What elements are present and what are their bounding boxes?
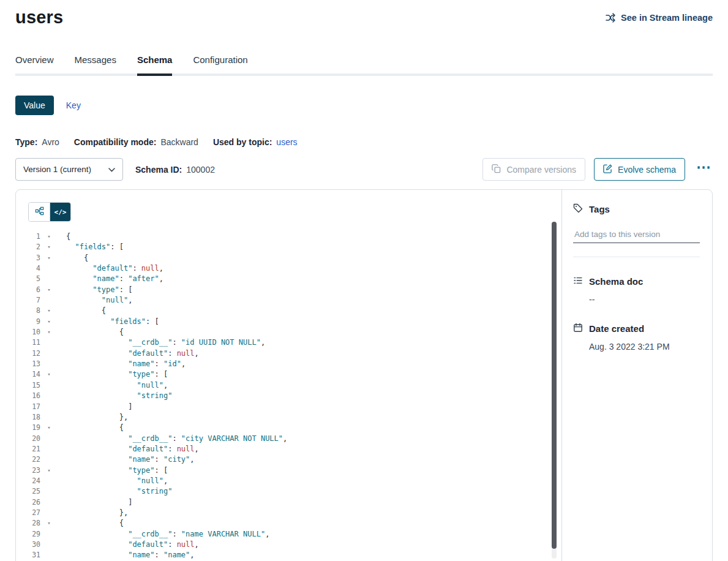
code-text: "name": "city", (66, 454, 195, 465)
code-text: "__crdb__": "id UUID NOT NULL", (66, 337, 265, 348)
line-number: 28 (28, 518, 40, 529)
schema-id: Schema ID: 100002 (135, 165, 215, 175)
meta-compatibility: Compatibility mode: Backward (74, 137, 198, 147)
overflow-menu-button[interactable]: ⋯ (695, 160, 713, 179)
line-number: 25 (28, 486, 40, 497)
date-created-header: Date created (573, 323, 700, 334)
fold-spacer (44, 476, 54, 486)
line-number: 15 (28, 380, 40, 391)
line-number: 22 (28, 454, 40, 465)
code-line: 14▾ "type": [ (28, 369, 561, 380)
tags-input[interactable] (573, 226, 700, 243)
stream-lineage-icon (605, 12, 616, 23)
tab-messages[interactable]: Messages (75, 55, 116, 73)
code-text: "null", (66, 380, 168, 391)
fold-toggle-icon[interactable]: ▾ (44, 369, 54, 380)
code-line: 5 "name": "after", (28, 274, 561, 284)
code-text: { (66, 253, 88, 263)
code-line: 13 "name": "id", (28, 359, 561, 369)
scrollbar-track[interactable] (552, 222, 557, 559)
code-text: "type": [ (66, 285, 132, 295)
key-toggle-button[interactable]: Key (66, 100, 81, 110)
code-text: "default": null, (66, 540, 199, 550)
schema-id-label: Schema ID: (135, 165, 182, 175)
code-line: 11 "__crdb__": "id UUID NOT NULL", (28, 337, 561, 348)
version-select[interactable]: Version 1 (current) (15, 158, 123, 181)
scrollbar-thumb[interactable] (552, 222, 557, 549)
line-number: 4 (28, 263, 40, 274)
edit-icon (603, 164, 612, 175)
compare-versions-button[interactable]: Compare versions (482, 158, 585, 181)
code-line: 4 "default": null, (28, 263, 561, 274)
code-line: 12 "default": null, (28, 348, 561, 359)
compatibility-label: Compatibility mode: (74, 137, 157, 147)
type-value: Avro (42, 137, 59, 147)
code-text: "default": null, (66, 444, 199, 454)
schema-doc-section: Schema doc -- (573, 276, 700, 304)
code-line: 7 "null", (28, 295, 561, 306)
compare-icon (492, 164, 501, 175)
tree-view-button[interactable] (29, 203, 50, 221)
fold-toggle-icon[interactable]: ▾ (44, 285, 54, 295)
fold-toggle-icon[interactable]: ▾ (44, 242, 54, 252)
fold-spacer (44, 508, 54, 518)
fold-toggle-icon[interactable]: ▾ (44, 423, 54, 433)
code-line: 21 "default": null, (28, 444, 561, 454)
line-number: 16 (28, 391, 40, 401)
code-text: }, (66, 412, 128, 423)
editor-view-toggle: </> (28, 202, 71, 222)
fold-toggle-icon[interactable]: ▾ (44, 327, 54, 337)
tags-section: Tags (573, 203, 700, 257)
tab-schema[interactable]: Schema (137, 55, 173, 73)
line-number: 29 (28, 529, 40, 540)
code-view-button[interactable]: </> (50, 203, 70, 221)
code-text: "type": [ (66, 369, 168, 380)
value-toggle-button[interactable]: Value (15, 96, 54, 115)
code-line: 9▾ "fields": [ (28, 317, 561, 327)
line-number: 1 (28, 232, 40, 242)
code-line: 19▾ { (28, 423, 561, 433)
fold-spacer (44, 391, 54, 401)
line-number: 23 (28, 465, 40, 476)
code-text: "fields": [ (66, 242, 124, 252)
tab-configuration[interactable]: Configuration (193, 55, 247, 73)
line-number: 2 (28, 242, 40, 252)
code-line: 30 "default": null, (28, 540, 561, 550)
line-number: 31 (28, 550, 40, 560)
line-number: 19 (28, 423, 40, 433)
code-line: 24 "null", (28, 476, 561, 486)
stream-lineage-link[interactable]: See in Stream lineage (605, 12, 713, 23)
code-text: "string" (66, 391, 172, 401)
fold-toggle-icon[interactable]: ▾ (44, 518, 54, 529)
line-number: 13 (28, 359, 40, 369)
line-number: 17 (28, 402, 40, 412)
code-text: "default": null, (66, 348, 199, 359)
date-created-section: Date created Aug. 3 2022 3:21 PM (573, 323, 700, 352)
fold-spacer (44, 529, 54, 540)
value-key-toggle: Value Key (15, 96, 713, 115)
divider (573, 257, 700, 257)
topic-link[interactable]: users (276, 137, 297, 147)
evolve-schema-button[interactable]: Evolve schema (594, 158, 685, 181)
schema-panel: </> 1▾{2▾ "fields": [3▾ {4 "default": nu… (15, 189, 713, 561)
tab-overview[interactable]: Overview (15, 55, 54, 73)
line-number: 10 (28, 327, 40, 337)
line-number: 7 (28, 295, 40, 306)
line-number: 6 (28, 285, 40, 295)
code-text: { (66, 518, 124, 529)
code-line: 6▾ "type": [ (28, 285, 561, 295)
fold-toggle-icon[interactable]: ▾ (44, 317, 54, 327)
chevron-down-icon (108, 165, 115, 174)
code-text: "fields": [ (66, 317, 159, 327)
version-select-value: Version 1 (current) (23, 165, 91, 174)
line-number: 18 (28, 412, 40, 423)
line-number: 8 (28, 306, 40, 316)
fold-spacer (44, 540, 54, 550)
line-number: 3 (28, 253, 40, 263)
fold-toggle-icon[interactable]: ▾ (44, 253, 54, 263)
code-line: 16 "string" (28, 391, 561, 401)
fold-toggle-icon[interactable]: ▾ (44, 465, 54, 476)
code-text: "__crdb__": "name VARCHAR NULL", (66, 529, 269, 540)
fold-toggle-icon[interactable]: ▾ (44, 232, 54, 242)
fold-toggle-icon[interactable]: ▾ (44, 306, 54, 316)
